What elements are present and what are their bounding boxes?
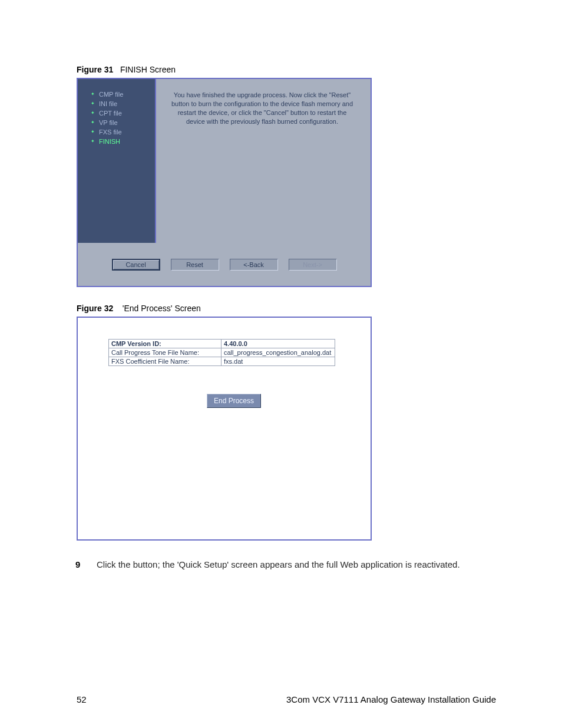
figure-32-title: 'End Process' Screen [123,304,201,313]
step-9: 9 Click the button; the 'Quick Setup' sc… [75,558,497,571]
table-row: Call Progress Tone File Name: call_progr… [109,348,335,357]
page-number: 52 [77,694,87,704]
sidebar-item-cpt-file[interactable]: CPT file [91,108,155,118]
wizard-main-panel: You have finished the upgrade process. N… [156,79,371,243]
finish-message-line1: You have finished the upgrade process. N… [174,91,351,98]
end-process-table: CMP Version ID: 4.40.0.0 Call Progress T… [108,339,335,366]
cmp-version-value: 4.40.0.0 [222,340,335,348]
next-button: Next-> [289,259,337,271]
fxs-filename-label: FXS Coefficient File Name: [109,357,222,366]
figure-31-caption: Figure 31 FINISH Screen [77,65,497,74]
end-process-button[interactable]: End Process [207,394,261,408]
sidebar-item-fxs-file[interactable]: FXS file [91,127,155,137]
finish-message-line4: device with the previously flash burned … [186,118,338,125]
figure-31-title: FINISH Screen [120,65,176,74]
sidebar-item-vp-file[interactable]: VP file [91,118,155,127]
footer-title: 3Com VCX V7111 Analog Gateway Installati… [286,694,496,704]
cpt-filename-label: Call Progress Tone File Name: [109,348,222,357]
finish-message-line3: restart the device, or click the "Cancel… [178,109,347,116]
finish-message-line2: button to burn the configuration to the … [171,100,353,107]
step-text: Click the button; the 'Quick Setup' scre… [97,558,460,571]
fxs-filename-value: fxs.dat [222,357,335,366]
figure-32-screenshot: CMP Version ID: 4.40.0.0 Call Progress T… [77,317,372,541]
figure-32-caption: Figure 32 'End Process' Screen [77,304,497,313]
sidebar-item-ini-file[interactable]: INI file [91,99,155,108]
sidebar-item-cmp-file[interactable]: CMP file [91,90,155,99]
wizard-sidebar: CMP file INI file CPT file VP file FXS f… [78,79,156,243]
cmp-version-label: CMP Version ID: [109,340,222,348]
figure-32-number: Figure 32 [77,304,113,313]
sidebar-item-finish[interactable]: FINISH [91,137,155,146]
table-row: FXS Coefficient File Name: fxs.dat [109,357,335,366]
figure-31-screenshot: CMP file INI file CPT file VP file FXS f… [77,78,372,287]
wizard-button-bar: Cancel Reset <-Back Next-> [78,243,371,286]
cancel-button[interactable]: Cancel [112,259,160,271]
reset-button[interactable]: Reset [171,259,219,271]
figure-31-number: Figure 31 [77,65,113,74]
back-button[interactable]: <-Back [230,259,278,271]
step-number: 9 [75,558,97,571]
cpt-filename-value: call_progress_congestion_analog.dat [222,348,335,357]
table-row: CMP Version ID: 4.40.0.0 [109,340,335,348]
page-footer: 52 3Com VCX V7111 Analog Gateway Install… [77,694,497,704]
